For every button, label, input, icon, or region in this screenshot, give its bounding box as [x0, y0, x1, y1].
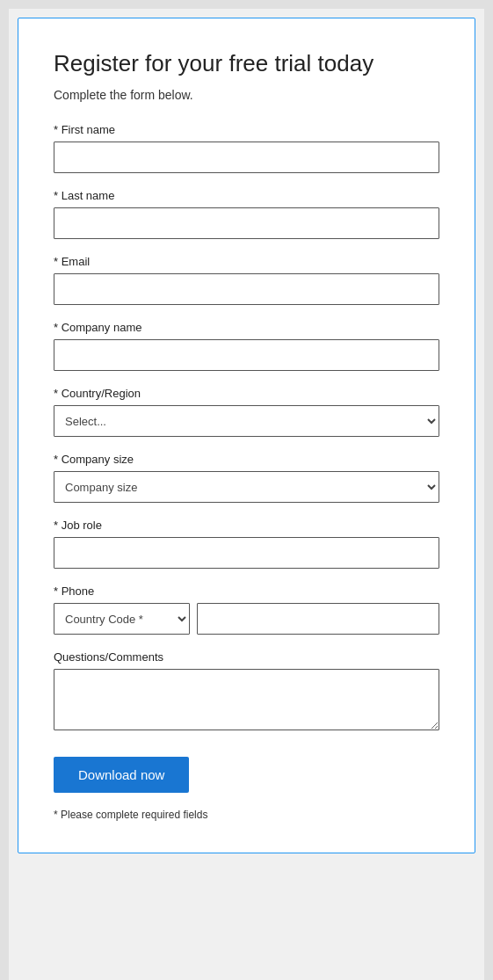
page-title: Register for your free trial today	[54, 50, 439, 77]
phone-label: * Phone	[54, 584, 439, 598]
required-fields-note: * Please complete required fields	[54, 809, 439, 821]
form-subtitle: Complete the form below.	[54, 88, 439, 102]
phone-number-input[interactable]	[197, 603, 439, 635]
page-wrapper: Register for your free trial today Compl…	[9, 9, 484, 980]
email-input[interactable]	[54, 273, 439, 305]
job-role-group: * Job role	[54, 519, 439, 569]
first-name-label: * First name	[54, 123, 439, 136]
email-group: * Email	[54, 255, 439, 305]
company-name-input[interactable]	[54, 339, 439, 371]
company-size-select[interactable]: Company size 1-10 11-50 51-200 201-500 5…	[54, 471, 439, 503]
questions-comments-group: Questions/Comments	[54, 650, 439, 734]
company-size-group: * Company size Company size 1-10 11-50 5…	[54, 453, 439, 503]
last-name-label: * Last name	[54, 189, 439, 202]
questions-comments-label: Questions/Comments	[54, 650, 439, 664]
form-card: Register for your free trial today Compl…	[18, 18, 475, 853]
company-size-label: * Company size	[54, 453, 439, 466]
email-label: * Email	[54, 255, 439, 268]
phone-group: * Phone Country Code * +1 (US) +44 (UK) …	[54, 584, 439, 635]
first-name-input[interactable]	[54, 142, 439, 173]
job-role-label: * Job role	[54, 519, 439, 532]
country-code-select[interactable]: Country Code * +1 (US) +44 (UK) +61 (AU)…	[54, 603, 190, 635]
download-now-button[interactable]: Download now	[54, 757, 189, 793]
last-name-input[interactable]	[54, 207, 439, 239]
country-region-group: * Country/Region Select... United States…	[54, 387, 439, 437]
phone-row: Country Code * +1 (US) +44 (UK) +61 (AU)…	[54, 603, 439, 635]
last-name-group: * Last name	[54, 189, 439, 239]
company-name-group: * Company name	[54, 321, 439, 371]
registration-form: * First name * Last name * Email * Compa…	[54, 123, 439, 821]
first-name-group: * First name	[54, 123, 439, 173]
questions-comments-textarea[interactable]	[54, 669, 439, 730]
job-role-input[interactable]	[54, 537, 439, 569]
country-region-label: * Country/Region	[54, 387, 439, 400]
country-region-select[interactable]: Select... United States United Kingdom C…	[54, 405, 439, 437]
company-name-label: * Company name	[54, 321, 439, 334]
